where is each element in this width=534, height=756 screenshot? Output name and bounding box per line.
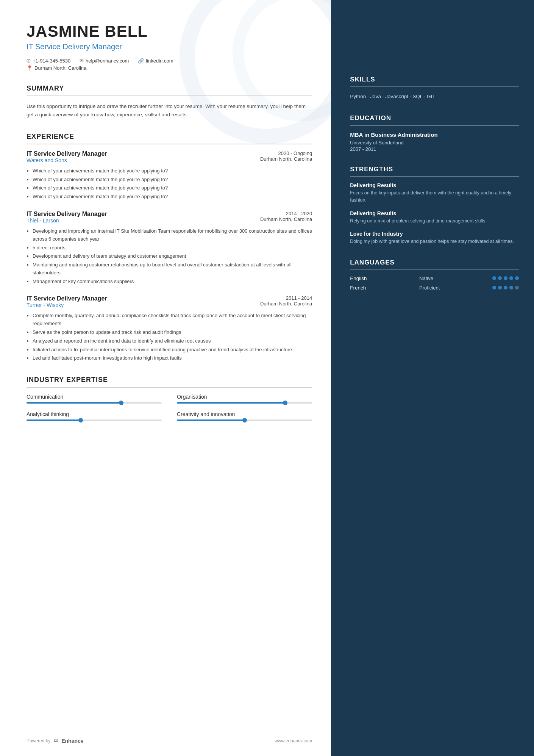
exp-dates-1: 2020 - Ongoing: [260, 150, 312, 156]
strength-item-1: Delivering Results Focus on the key inpu…: [350, 182, 519, 204]
exp-bullets-2: Developing and improving an internal IT …: [27, 227, 312, 286]
list-item: Which of your achievements match the job…: [33, 167, 312, 175]
location-icon: 📍: [27, 65, 33, 71]
expertise-bar-bg-creativity: [177, 419, 312, 421]
skills-divider: [350, 86, 519, 87]
skills-section: SKILLS Python · Java · Javascript · SQL …: [350, 76, 519, 101]
expertise-creativity: Creativity and innovation: [177, 411, 312, 421]
location-row: 📍 Durham North, Carolina: [27, 65, 312, 71]
exp-location-1: Durham North, Carolina: [260, 156, 312, 162]
strength-name-2: Delivering Results: [350, 210, 519, 216]
location-text: Durham North, Carolina: [34, 65, 86, 71]
exp-location-2: Durham North, Carolina: [260, 216, 312, 222]
strength-item-3: Love for the Industry Doing my job with …: [350, 231, 519, 245]
exp-header-1: IT Service Delivery Manager Waters and S…: [27, 150, 312, 164]
footer-logo: Enhancv: [61, 738, 83, 744]
expertise-bar-fill-organisation: [177, 402, 285, 404]
strengths-divider: [350, 176, 519, 177]
dot-french-4: [509, 286, 513, 290]
phone-icon: ✆: [27, 58, 31, 64]
expertise-dot-analytical: [78, 418, 83, 423]
dot-english-4: [509, 276, 513, 280]
expertise-communication: Communication: [27, 394, 162, 404]
skills-title: SKILLS: [350, 76, 519, 83]
exp-job-left-3: IT Service Delivery Manager Turner - Wis…: [27, 295, 107, 309]
strength-name-3: Love for the Industry: [350, 231, 519, 237]
education-divider: [350, 125, 519, 126]
summary-section: SUMMARY Use this opportunity to intrigue…: [27, 85, 312, 119]
phone-item: ✆ +1-914-345-5530: [27, 58, 70, 64]
list-item: Maintaining and maturing customer relati…: [33, 261, 312, 277]
expertise-bar-bg-organisation: [177, 402, 312, 404]
list-item: Complete monthly, quarterly, and annual …: [33, 312, 312, 328]
summary-title: SUMMARY: [27, 85, 312, 92]
expertise-grid: Communication Organisation: [27, 394, 312, 421]
header: JASMINE BELL IT Service Delivery Manager…: [27, 23, 312, 71]
exp-job-title-2: IT Service Delivery Manager: [27, 211, 107, 218]
lang-row-english: English Native: [350, 275, 519, 281]
footer-website: www.enhancv.com: [275, 738, 312, 743]
dot-english-1: [492, 276, 496, 280]
list-item: Analyzed and reported on incident trend …: [33, 337, 312, 345]
footer: Powered by ∞ Enhancv www.enhancv.com: [27, 737, 331, 745]
edu-degree: MBA in Business Administration: [350, 131, 519, 139]
expertise-bar-fill-analytical: [27, 419, 81, 421]
dot-french-5: [515, 286, 519, 290]
exp-dates-2: 2014 - 2020: [260, 211, 312, 216]
education-title: EDUCATION: [350, 114, 519, 122]
expertise-bar-fill-communication: [27, 402, 121, 404]
phone-number: +1-914-345-5530: [33, 58, 70, 64]
right-panel: SKILLS Python · Java · Javascript · SQL …: [331, 0, 534, 756]
languages-section: LANGUAGES English Native French Proficie…: [350, 259, 519, 291]
list-item: Initiated actions to fix potential inter…: [33, 346, 312, 354]
expertise-label-analytical: Analytical thinking: [27, 411, 162, 417]
linkedin-icon: 🔗: [138, 58, 144, 64]
location-item: 📍 Durham North, Carolina: [27, 65, 86, 71]
languages-title: LANGUAGES: [350, 259, 519, 266]
summary-text: Use this opportunity to intrigue and dra…: [27, 102, 312, 119]
exp-right-2: 2014 - 2020 Durham North, Carolina: [260, 211, 312, 222]
exp-bullets-1: Which of your achievements match the job…: [27, 167, 312, 201]
list-item: Developing and improving an internal IT …: [33, 227, 312, 243]
list-item: Which of your achievements match the job…: [33, 176, 312, 184]
exp-header-3: IT Service Delivery Manager Turner - Wis…: [27, 295, 312, 309]
candidate-title: IT Service Delivery Manager: [27, 42, 312, 51]
edu-school: University of Sunderland: [350, 140, 519, 146]
expertise-bar-bg-analytical: [27, 419, 162, 421]
education-section: EDUCATION MBA in Business Administration…: [350, 114, 519, 152]
exp-company-2: Thiel - Larson: [27, 218, 107, 224]
expertise-label-organisation: Organisation: [177, 394, 312, 400]
exp-entry-2: IT Service Delivery Manager Thiel - Lars…: [27, 211, 312, 286]
resume-container: JASMINE BELL IT Service Delivery Manager…: [0, 0, 534, 756]
exp-dates-3: 2011 - 2014: [260, 295, 312, 301]
footer-right: www.enhancv.com: [275, 738, 312, 743]
exp-entry-3: IT Service Delivery Manager Turner - Wis…: [27, 295, 312, 362]
expertise-label-communication: Communication: [27, 394, 162, 400]
strength-item-2: Delivering Results Relying on a mix of p…: [350, 210, 519, 225]
lang-name-french: French: [350, 285, 373, 291]
strength-name-1: Delivering Results: [350, 182, 519, 188]
dot-french-1: [492, 286, 496, 290]
experience-title: EXPERIENCE: [27, 133, 312, 141]
lang-name-english: English: [350, 275, 373, 281]
expertise-divider: [27, 387, 312, 388]
dot-french-3: [504, 286, 507, 290]
exp-right-3: 2011 - 2014 Durham North, Carolina: [260, 295, 312, 307]
list-item: Management of key communications supplie…: [33, 278, 312, 286]
strength-desc-1: Focus on the key inputs and deliver them…: [350, 189, 519, 204]
strengths-title: STRENGTHS: [350, 166, 519, 173]
exp-bullets-3: Complete monthly, quarterly, and annual …: [27, 312, 312, 362]
dot-french-2: [498, 286, 502, 290]
lang-level-english: Native: [419, 275, 446, 281]
contact-row: ✆ +1-914-345-5530 ✉ help@enhancv.com 🔗 l…: [27, 58, 312, 64]
exp-job-title-3: IT Service Delivery Manager: [27, 295, 107, 302]
strengths-section: STRENGTHS Delivering Results Focus on th…: [350, 166, 519, 245]
exp-right-1: 2020 - Ongoing Durham North, Carolina: [260, 150, 312, 162]
footer-left: Powered by ∞ Enhancv: [27, 737, 84, 745]
expertise-bar-bg-communication: [27, 402, 162, 404]
list-item: 5 direct reports: [33, 244, 312, 252]
list-item: Led and facilitated post-mortem investig…: [33, 354, 312, 362]
list-item: Which of your achievements match the job…: [33, 184, 312, 192]
experience-section: EXPERIENCE IT Service Delivery Manager W…: [27, 133, 312, 362]
email-address: help@enhancv.com: [86, 58, 129, 64]
